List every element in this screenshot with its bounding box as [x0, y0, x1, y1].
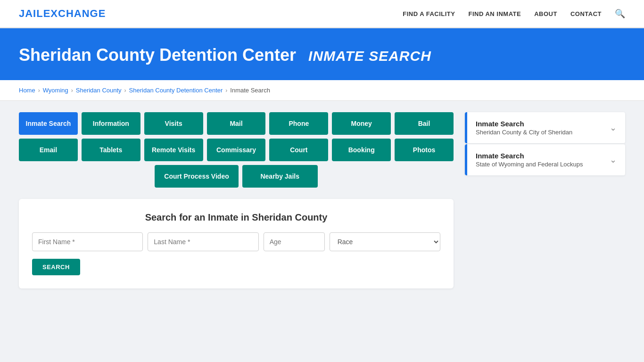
- tabs-row3: Court Process Video Nearby Jails: [19, 165, 454, 188]
- hero-section: Sheridan County Detention Center INMATE …: [0, 28, 644, 80]
- left-column: Inmate Search Information Visits Mail Ph…: [19, 112, 454, 288]
- nav-links: FIND A FACILITY FIND AN INMATE ABOUT CON…: [403, 8, 625, 19]
- sidebar-card-1-header[interactable]: Inmate Search Sheridan County & City of …: [465, 112, 625, 143]
- sidebar-card-2-header[interactable]: Inmate Search State of Wyoming and Feder…: [465, 144, 625, 175]
- breadcrumb: Home › Wyoming › Sheridan County › Sheri…: [0, 80, 644, 101]
- tab-phone[interactable]: Phone: [269, 112, 328, 135]
- last-name-input[interactable]: [148, 232, 258, 251]
- breadcrumb-detention-center[interactable]: Sheridan County Detention Center: [129, 87, 223, 94]
- tab-booking[interactable]: Booking: [332, 139, 391, 161]
- tab-tablets[interactable]: Tablets: [82, 139, 140, 161]
- tab-nearby-jails[interactable]: Nearby Jails: [242, 165, 318, 188]
- nav-contact[interactable]: CONTACT: [570, 9, 602, 18]
- sidebar-card-1-title: Inmate Search: [476, 120, 572, 128]
- main-container: Inmate Search Information Visits Mail Ph…: [0, 101, 644, 300]
- sidebar-card-1: Inmate Search Sheridan County & City of …: [465, 112, 625, 143]
- sidebar-card-2-title: Inmate Search: [476, 152, 583, 160]
- nav-find-inmate[interactable]: FIND AN INMATE: [468, 9, 521, 18]
- tab-inmate-search[interactable]: Inmate Search: [19, 112, 78, 135]
- tab-information[interactable]: Information: [82, 112, 140, 135]
- chevron-down-icon-2: ⌄: [610, 155, 617, 165]
- breadcrumb-home[interactable]: Home: [19, 87, 35, 94]
- tab-email[interactable]: Email: [19, 139, 78, 161]
- tabs-row1: Inmate Search Information Visits Mail Ph…: [19, 112, 454, 135]
- navbar: JAILEXCHANGE FIND A FACILITY FIND AN INM…: [0, 0, 644, 28]
- breadcrumb-county[interactable]: Sheridan County: [76, 87, 122, 94]
- logo-part2-colored: EXCHANGE: [43, 8, 106, 19]
- breadcrumb-current: Inmate Search: [230, 87, 270, 94]
- breadcrumb-wyoming[interactable]: Wyoming: [43, 87, 68, 94]
- search-box: Search for an Inmate in Sheridan County …: [19, 199, 454, 288]
- tab-remote-visits[interactable]: Remote Visits: [144, 139, 203, 161]
- tab-bail[interactable]: Bail: [395, 112, 454, 135]
- chevron-down-icon: ⌄: [610, 123, 617, 133]
- tab-court-process-video[interactable]: Court Process Video: [155, 165, 238, 188]
- hero-title: Sheridan County Detention Center INMATE …: [19, 45, 625, 65]
- search-fields: Race White Black Hispanic Asian Native A…: [32, 232, 440, 251]
- tabs-row2: Email Tablets Remote Visits Commissary C…: [19, 139, 454, 161]
- nav-find-facility[interactable]: FIND A FACILITY: [403, 9, 455, 18]
- right-sidebar: Inmate Search Sheridan County & City of …: [465, 112, 625, 176]
- sidebar-card-2: Inmate Search State of Wyoming and Feder…: [465, 144, 625, 175]
- tab-money[interactable]: Money: [332, 112, 391, 135]
- tab-commissary[interactable]: Commissary: [207, 139, 266, 161]
- tab-court[interactable]: Court: [269, 139, 328, 161]
- first-name-input[interactable]: [32, 232, 143, 251]
- tab-visits[interactable]: Visits: [144, 112, 203, 135]
- tab-mail[interactable]: Mail: [207, 112, 266, 135]
- logo-part1: JAIL: [19, 8, 43, 19]
- nav-about[interactable]: ABOUT: [534, 9, 557, 18]
- age-input[interactable]: [264, 232, 325, 251]
- logo[interactable]: JAILEXCHANGE: [19, 8, 106, 20]
- sidebar-card-2-subtitle: State of Wyoming and Federal Lockups: [476, 161, 583, 168]
- race-select[interactable]: Race White Black Hispanic Asian Native A…: [330, 232, 440, 251]
- sidebar-card-1-subtitle: Sheridan County & City of Sheridan: [476, 129, 572, 136]
- search-button[interactable]: SEARCH: [32, 259, 80, 275]
- nav-search-icon[interactable]: 🔍: [615, 8, 625, 19]
- tab-photos[interactable]: Photos: [395, 139, 454, 161]
- search-title: Search for an Inmate in Sheridan County: [32, 212, 440, 223]
